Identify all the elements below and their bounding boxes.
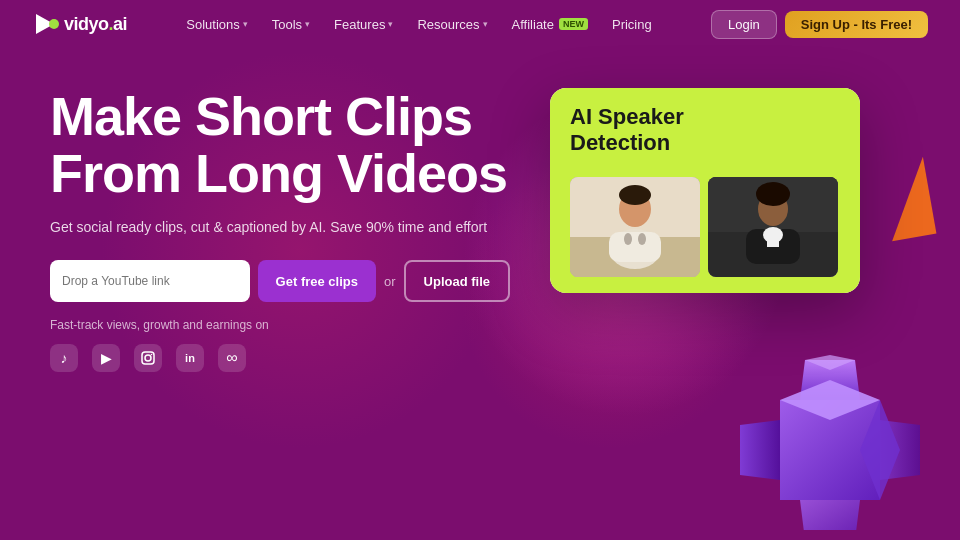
fast-track-text: Fast-track views, growth and earnings on <box>50 318 510 332</box>
nav-features[interactable]: Features ▾ <box>324 12 403 37</box>
svg-marker-3 <box>800 500 860 530</box>
signup-button[interactable]: Sign Up - Its Free! <box>785 11 928 38</box>
svg-marker-1 <box>740 420 780 480</box>
nav-resources[interactable]: Resources ▾ <box>407 12 497 37</box>
card-header: AI Speaker Detection <box>550 88 860 169</box>
or-separator: or <box>384 274 396 289</box>
logo-text: vidyo.ai <box>64 14 127 35</box>
nav-affiliate[interactable]: Affiliate NEW <box>502 12 598 37</box>
get-clips-button[interactable]: Get free clips <box>258 260 376 302</box>
login-button[interactable]: Login <box>711 10 777 39</box>
chevron-down-icon: ▾ <box>388 19 393 29</box>
logo[interactable]: vidyo.ai <box>32 10 127 38</box>
thumbnail-person-1 <box>570 177 700 277</box>
svg-rect-19 <box>609 232 661 262</box>
youtube-input-wrapper <box>50 260 250 302</box>
upload-file-button[interactable]: Upload file <box>404 260 510 302</box>
nav-tools[interactable]: Tools ▾ <box>262 12 320 37</box>
nav-pricing[interactable]: Pricing <box>602 12 662 37</box>
logo-icon <box>32 10 60 38</box>
svg-point-12 <box>151 354 153 356</box>
chevron-down-icon: ▾ <box>305 19 310 29</box>
hero-left: Make Short Clips From Long Videos Get so… <box>50 88 510 372</box>
hero-title: Make Short Clips From Long Videos <box>50 88 510 201</box>
input-row: Get free clips or Upload file <box>50 260 510 302</box>
social-icons-row: ♪ ▶ in ∞ <box>50 344 510 372</box>
tiktok-icon[interactable]: ♪ <box>50 344 78 372</box>
svg-point-20 <box>624 233 632 245</box>
nav-links: Solutions ▾ Tools ▾ Features ▾ Resources… <box>176 12 661 37</box>
purple-cross-decoration <box>720 350 940 530</box>
svg-point-21 <box>638 233 646 245</box>
svg-point-25 <box>756 182 790 206</box>
chevron-down-icon: ▾ <box>243 19 248 29</box>
youtube-url-input[interactable] <box>62 274 238 288</box>
svg-rect-10 <box>142 352 154 364</box>
svg-rect-28 <box>767 232 779 247</box>
meta-icon[interactable]: ∞ <box>218 344 246 372</box>
main-content: Make Short Clips From Long Videos Get so… <box>0 48 960 372</box>
thumbnail-person-2 <box>708 177 838 277</box>
nav-solutions[interactable]: Solutions ▾ <box>176 12 257 37</box>
card-title: AI Speaker Detection <box>570 104 840 157</box>
youtube-icon[interactable]: ▶ <box>92 344 120 372</box>
svg-point-17 <box>619 185 651 205</box>
hero-subtitle: Get social ready clips, cut & captioned … <box>50 217 510 238</box>
affiliate-badge: NEW <box>559 18 588 30</box>
instagram-icon[interactable] <box>134 344 162 372</box>
navbar: vidyo.ai Solutions ▾ Tools ▾ Features ▾ … <box>0 0 960 48</box>
linkedin-icon[interactable]: in <box>176 344 204 372</box>
svg-point-9 <box>49 19 59 29</box>
chevron-down-icon: ▾ <box>483 19 488 29</box>
card-thumbnails <box>550 169 860 293</box>
svg-point-11 <box>145 355 151 361</box>
ai-detection-card: AI Speaker Detection <box>550 88 860 293</box>
